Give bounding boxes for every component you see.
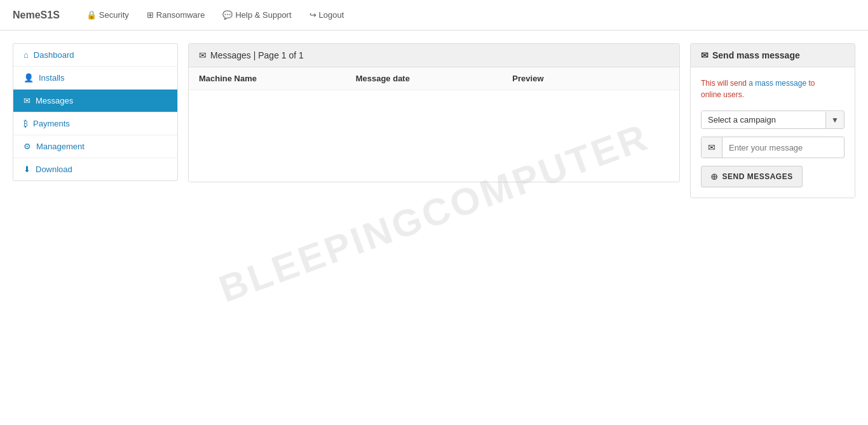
message-input[interactable] [722,139,844,156]
nav-help[interactable]: 💬 Help & Support [215,6,299,24]
help-text-link[interactable]: a mass message [749,79,806,88]
sidebar-label-messages: Messages [36,96,73,105]
sidebar-label-management: Management [36,142,85,151]
sidebar-label-download: Download [36,165,72,174]
nav-security-label: Security [99,10,129,20]
nav-logout-label: Logout [319,10,344,20]
messages-header: ✉ Messages | Page 1 of 1 [189,44,679,67]
col-machine-name: Machine Name [199,74,356,83]
message-input-wrapper: ✉ [701,137,844,158]
sidebar-item-payments[interactable]: ₿ Payments [13,112,177,135]
sidebar-item-dashboard[interactable]: ⌂ Dashboard [13,44,177,67]
sidebar-item-management[interactable]: ⚙ Management [13,135,177,158]
lock-icon: 🔒 [86,10,97,20]
logout-icon: ↪ [309,10,316,20]
sidebar-item-installs[interactable]: 👤 Installs [13,67,177,90]
bitcoin-icon: ₿ [24,119,28,128]
main-container: ⌂ Dashboard 👤 Installs ✉ Messages ₿ Paym… [0,30,868,211]
nav-links: 🔒 Security ⊞ Ransomware 💬 Help & Support… [79,6,352,24]
messages-header-icon: ✉ [199,50,207,60]
right-panel-body: This will send a mass message toonline u… [691,67,855,198]
user-icon: 👤 [24,73,34,83]
send-button-label: SEND MESSAGES [722,172,793,181]
sidebar-label-installs: Installs [39,73,64,83]
sidebar-item-messages[interactable]: ✉ Messages [13,90,177,112]
col-preview: Preview [512,74,669,83]
gear-icon: ⚙ [24,142,31,151]
plus-circle-icon: ⊕ [710,172,719,182]
right-panel-icon: ✉ [701,50,709,60]
table-header-row: Machine Name Message date Preview [189,67,679,90]
help-text: This will send a mass message toonline u… [701,78,844,100]
campaign-select-wrapper: Select a campaign ▼ [701,111,844,129]
sidebar-label-payments: Payments [33,119,70,128]
chevron-down-icon: ▼ [825,112,844,128]
chat-icon: 💬 [222,10,233,20]
col-message-date: Message date [356,74,513,83]
send-messages-button[interactable]: ⊕ SEND MESSAGES [701,166,803,187]
sidebar-item-download[interactable]: ⬇ Download [13,158,177,180]
nav-ransomware[interactable]: ⊞ Ransomware [139,6,213,24]
grid-icon: ⊞ [147,10,154,20]
envelope-icon: ✉ [24,96,31,105]
right-panel-title: Send mass message [712,50,800,60]
messages-table: Machine Name Message date Preview [189,67,679,182]
messages-header-title: Messages | Page 1 of 1 [210,50,304,60]
right-panel-header: ✉ Send mass message [691,44,855,67]
nav-logout[interactable]: ↪ Logout [302,6,352,24]
messages-panel: ✉ Messages | Page 1 of 1 Machine Name Me… [188,43,680,182]
nav-ransomware-label: Ransomware [156,10,205,20]
download-icon: ⬇ [24,165,31,174]
sidebar-label-dashboard: Dashboard [34,50,74,60]
campaign-select[interactable]: Select a campaign [702,111,825,128]
nav-help-label: Help & Support [235,10,291,20]
message-icon: ✉ [702,137,722,158]
send-mass-message-panel: ✉ Send mass message This will send a mas… [690,43,855,198]
navbar: NemeS1S 🔒 Security ⊞ Ransomware 💬 Help &… [0,0,868,30]
home-icon: ⌂ [24,50,29,60]
nav-security[interactable]: 🔒 Security [79,6,137,24]
sidebar: ⌂ Dashboard 👤 Installs ✉ Messages ₿ Paym… [13,43,178,181]
brand-link[interactable]: NemeS1S [13,10,60,21]
